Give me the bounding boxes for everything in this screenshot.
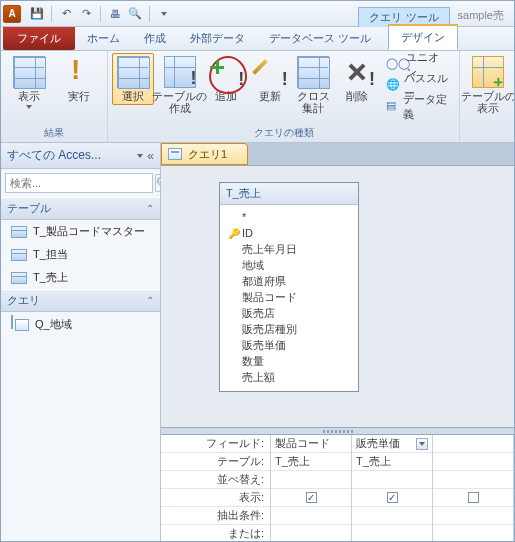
tab-home[interactable]: ホーム bbox=[75, 27, 132, 50]
chevron-down-icon bbox=[137, 154, 143, 158]
design-canvas[interactable]: T_売上 *🔑ID売上年月日地域都道府県製品コード販売店販売店種別販売単価数量売… bbox=[161, 165, 514, 427]
search-input[interactable] bbox=[5, 173, 153, 193]
append-query-button[interactable]: ! 追加 bbox=[206, 53, 248, 105]
dropdown-icon[interactable] bbox=[416, 438, 428, 450]
field-row[interactable]: * bbox=[228, 209, 356, 225]
update-query-button[interactable]: ! 更新 bbox=[249, 53, 291, 105]
view-button[interactable]: 表示 bbox=[5, 53, 53, 112]
update-icon: ! bbox=[254, 56, 286, 88]
field-row[interactable]: 販売単価 bbox=[228, 337, 356, 353]
qbe-or-cell[interactable] bbox=[271, 525, 351, 541]
section-collapse-icon: ⌃ bbox=[146, 295, 154, 306]
ribbon-group-query-type: 選択 ! テーブルの 作成 ! 追加 ! 更新 クロス 集計 ! 削除 bbox=[108, 51, 460, 142]
qbe-column[interactable]: 販売単価 T_売上 ✓ bbox=[352, 435, 433, 541]
crosstab-icon bbox=[297, 56, 329, 88]
qbe-show-cell[interactable]: ✓ bbox=[352, 489, 432, 507]
qbe-or-cell[interactable] bbox=[433, 525, 513, 541]
table-icon bbox=[11, 272, 27, 284]
qbe-sort-cell[interactable] bbox=[433, 471, 513, 489]
qbe-row-labels: フィールド: テーブル: 並べ替え: 表示: 抽出条件: または: bbox=[161, 435, 271, 541]
qat-save-icon[interactable]: 💾 bbox=[27, 4, 47, 24]
qbe-criteria-cell[interactable] bbox=[271, 507, 351, 525]
qbe-sort-cell[interactable] bbox=[271, 471, 351, 489]
section-collapse-icon: ⌃ bbox=[146, 203, 154, 214]
append-icon: ! bbox=[210, 56, 242, 88]
checkbox[interactable]: ✓ bbox=[306, 492, 317, 503]
app-icon: A bbox=[3, 5, 21, 23]
tab-create[interactable]: 作成 bbox=[132, 27, 178, 50]
qbe-show-cell[interactable] bbox=[433, 489, 513, 507]
qbe-criteria-cell[interactable] bbox=[433, 507, 513, 525]
section-tables[interactable]: テーブル⌃ bbox=[1, 197, 160, 220]
qbe-grid[interactable]: フィールド: テーブル: 並べ替え: 表示: 抽出条件: または: 製品コード … bbox=[161, 435, 514, 541]
group-label-querytype: クエリの種類 bbox=[254, 125, 314, 142]
nav-table-item[interactable]: T_製品コードマスター bbox=[1, 220, 160, 243]
window-title-fragment: sample売 bbox=[450, 4, 512, 27]
query-icon bbox=[11, 316, 29, 332]
qbe-table-cell[interactable]: T_売上 bbox=[271, 453, 351, 471]
qat-undo-icon[interactable]: ↶ bbox=[56, 4, 76, 24]
qbe-column[interactable]: 製品コード T_売上 ✓ bbox=[271, 435, 352, 541]
nav-query-item[interactable]: Q_地域 bbox=[1, 312, 160, 336]
field-row[interactable]: 製品コード bbox=[228, 289, 356, 305]
datasheet-icon bbox=[13, 56, 45, 88]
make-table-button[interactable]: ! テーブルの 作成 bbox=[156, 53, 204, 117]
field-row[interactable]: 都道府県 bbox=[228, 273, 356, 289]
union-icon: ◯◯ bbox=[386, 57, 402, 73]
grid-icon bbox=[117, 56, 149, 88]
field-row[interactable]: 数量 bbox=[228, 353, 356, 369]
checkbox[interactable]: ✓ bbox=[387, 492, 398, 503]
crosstab-button[interactable]: クロス 集計 bbox=[293, 53, 335, 117]
primary-key-icon: 🔑 bbox=[228, 228, 238, 239]
query-design-surface: クエリ1 T_売上 *🔑ID売上年月日地域都道府県製品コード販売店販売店種別販売… bbox=[161, 143, 514, 541]
field-row[interactable]: 地域 bbox=[228, 257, 356, 273]
tab-database-tools[interactable]: データベース ツール bbox=[257, 27, 383, 50]
table-icon bbox=[11, 226, 27, 238]
field-row[interactable]: 売上額 bbox=[228, 369, 356, 385]
delete-query-button[interactable]: ! 削除 bbox=[336, 53, 378, 105]
group-label-results: 結果 bbox=[44, 125, 64, 142]
qbe-column[interactable] bbox=[433, 435, 514, 541]
show-table-button[interactable]: テーブルの 表示 bbox=[464, 53, 512, 117]
field-row[interactable]: 売上年月日 bbox=[228, 241, 356, 257]
field-row[interactable]: 販売店 bbox=[228, 305, 356, 321]
qbe-field-cell[interactable] bbox=[433, 435, 513, 453]
ribbon-tabs: ファイル ホーム 作成 外部データ データベース ツール デザイン bbox=[1, 27, 514, 51]
data-definition-button[interactable]: ▤データ定義 bbox=[384, 97, 451, 117]
qat-redo-icon[interactable]: ↷ bbox=[76, 4, 96, 24]
qat-customize-icon[interactable] bbox=[154, 4, 174, 24]
run-button[interactable]: ! 実行 bbox=[55, 53, 103, 105]
tab-file[interactable]: ファイル bbox=[3, 27, 75, 50]
checkbox[interactable] bbox=[468, 492, 479, 503]
qat-preview-icon[interactable]: 🔍 bbox=[125, 4, 145, 24]
select-query-button[interactable]: 選択 bbox=[112, 53, 154, 105]
delete-icon: ! bbox=[341, 56, 373, 88]
nav-table-item[interactable]: T_担当 bbox=[1, 243, 160, 266]
field-row[interactable]: 🔑ID bbox=[228, 225, 356, 241]
ribbon-group-results: 表示 ! 実行 結果 bbox=[1, 51, 108, 142]
splitter[interactable] bbox=[161, 427, 514, 435]
collapse-pane-icon[interactable]: « bbox=[147, 149, 154, 163]
tab-external-data[interactable]: 外部データ bbox=[178, 27, 257, 50]
show-table-icon bbox=[472, 56, 504, 88]
field-list[interactable]: T_売上 *🔑ID売上年月日地域都道府県製品コード販売店販売店種別販売単価数量売… bbox=[219, 182, 359, 392]
qat-print-icon[interactable]: 🖶 bbox=[105, 4, 125, 24]
qbe-criteria-cell[interactable] bbox=[352, 507, 432, 525]
data-def-icon: ▤ bbox=[386, 99, 399, 115]
globe-icon: 🌐 bbox=[386, 78, 400, 94]
nav-table-item[interactable]: T_売上 bbox=[1, 266, 160, 289]
qbe-sort-cell[interactable] bbox=[352, 471, 432, 489]
tab-design[interactable]: デザイン bbox=[388, 24, 458, 50]
field-row[interactable]: 販売店種別 bbox=[228, 321, 356, 337]
qbe-or-cell[interactable] bbox=[352, 525, 432, 541]
qbe-table-cell[interactable] bbox=[433, 453, 513, 471]
query-icon bbox=[168, 148, 182, 160]
qbe-field-cell[interactable]: 販売単価 bbox=[352, 435, 432, 453]
section-queries[interactable]: クエリ⌃ bbox=[1, 289, 160, 312]
qbe-field-cell[interactable]: 製品コード bbox=[271, 435, 351, 453]
object-tab[interactable]: クエリ1 bbox=[161, 143, 248, 165]
qbe-table-cell[interactable]: T_売上 bbox=[352, 453, 432, 471]
qbe-show-cell[interactable]: ✓ bbox=[271, 489, 351, 507]
table-icon bbox=[11, 249, 27, 261]
nav-header[interactable]: すべての Acces... « bbox=[1, 143, 160, 169]
